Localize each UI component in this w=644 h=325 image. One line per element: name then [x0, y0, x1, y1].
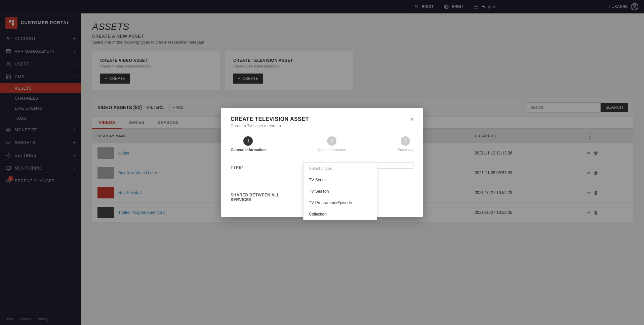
modal-overlay[interactable]: CREATE TELEVISION ASSET Create a TV asse…: [0, 0, 644, 325]
dropdown-tv-programme[interactable]: TV Programme/Episode: [304, 197, 377, 208]
modal-subtitle: Create a TV asset metadata: [231, 124, 309, 128]
step-line-2: [346, 141, 398, 141]
step-1-label: General information: [231, 148, 266, 152]
step-2-circle: 2: [327, 136, 336, 146]
type-form-control[interactable]: Select a type TV Series TV Season TV Pro…: [303, 162, 413, 169]
step-3-label: Summary: [398, 148, 413, 152]
step-2-label: Asset information: [317, 148, 346, 152]
step-2: 2 Asset information: [317, 136, 346, 152]
step-3: 3 Summary: [398, 136, 413, 152]
modal-header: CREATE TELEVISION ASSET Create a TV asse…: [221, 108, 423, 131]
dropdown-tv-season[interactable]: TV Season: [304, 186, 377, 197]
type-form-label: TYPE*: [231, 162, 298, 170]
modal-close-button[interactable]: ×: [410, 116, 413, 122]
step-3-circle: 3: [401, 136, 410, 146]
dropdown-tv-series[interactable]: TV Series: [304, 174, 377, 186]
create-tv-modal: CREATE TELEVISION ASSET Create a TV asse…: [221, 108, 423, 217]
dropdown-placeholder: Select a type: [304, 163, 377, 174]
shared-form-label: SHARED BETWEEN ALL SERVICES: [231, 190, 298, 202]
modal-body: 1 General information 2 Asset informatio…: [221, 131, 423, 217]
type-dropdown: Select a type TV Series TV Season TV Pro…: [303, 162, 377, 220]
dropdown-collection[interactable]: Collection: [304, 208, 377, 220]
type-form-row: TYPE* Select a type TV Series TV Season …: [231, 162, 413, 170]
modal-title: CREATE TELEVISION ASSET: [231, 116, 309, 122]
step-1: 1 General information: [231, 136, 266, 152]
step-line-1: [266, 141, 318, 141]
stepper: 1 General information 2 Asset informatio…: [231, 136, 413, 152]
step-1-circle: 1: [243, 136, 253, 146]
